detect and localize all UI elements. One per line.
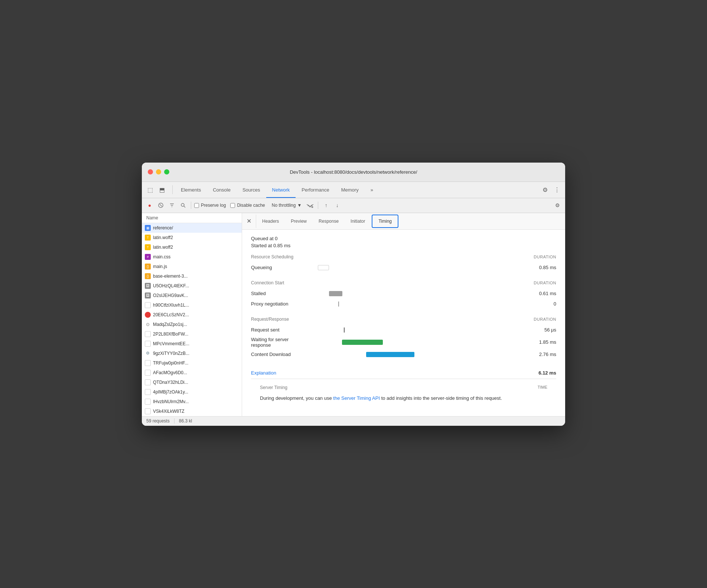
queueing-duration: 0.85 ms [527,265,556,270]
queueing-bar-area [318,264,527,271]
sidebar-item-latin-2[interactable]: T latin.woff2 [142,242,242,252]
white-icon-6 [145,379,151,385]
device-icon[interactable]: ⬒ [157,184,167,195]
close-detail-button[interactable]: ✕ [242,215,256,228]
waiting-row: Waiting for serverresponse 1.85 ms [251,335,556,349]
content-download-label: Content Download [251,352,318,357]
server-timing-title: Server Timing [260,385,287,390]
waiting-label: Waiting for serverresponse [251,337,318,348]
sidebar-item-4pim[interactable]: 4pIMBj7zOAk1y... [142,387,242,397]
sidebar-item-latin-1[interactable]: T latin.woff2 [142,233,242,242]
tab-performance[interactable]: Performance [296,182,335,198]
request-sent-row: Request sent 56 μs [251,325,556,335]
toolbar-divider-2 [318,202,318,209]
sidebar-item-mpcv[interactable]: MPcVmmemtEE... [142,339,242,349]
settings-button[interactable]: ⚙ [540,184,550,195]
connection-start-section: Connection Start DURATION Stalled 0.61 m… [251,280,556,309]
titlebar: DevTools - localhost:8080/docs/devtools/… [142,163,565,182]
sidebar-item-label: reference/ [153,225,173,231]
connection-start-title: Connection Start [251,280,284,285]
proxy-bar [338,301,339,307]
request-response-section: Request/Response DURATION Request sent 5… [251,317,556,360]
tab-network[interactable]: Network [266,182,296,198]
white-icon-9 [145,408,151,414]
filter-button[interactable] [167,200,177,210]
clear-button[interactable] [156,200,166,210]
queued-at: Queued at 0 [251,236,556,241]
tab-sources[interactable]: Sources [237,182,266,198]
tab-elements[interactable]: Elements [175,182,207,198]
white-icon-3 [145,341,151,347]
sidebar-item-label: O2sIJEHG9avK... [153,293,188,298]
sidebar-item-img-2[interactable]: 🖼 O2sIJEHG9avK... [142,291,242,300]
minimize-button[interactable] [156,169,161,174]
sidebar-item-trf[interactable]: TRFujw0pi0nHF... [142,358,242,368]
sidebar-item-label: main.js [153,264,167,269]
sidebar-item-20e6[interactable]: 20E6CLcSzNV2... [142,310,242,320]
content-download-row: Content Download 2.76 ms [251,349,556,360]
sidebar-item-label: latin.woff2 [153,235,173,240]
more-menu-button[interactable]: ⋮ [552,184,562,195]
preserve-log-checkbox[interactable]: Preserve log [194,203,226,208]
tab-preview[interactable]: Preview [285,215,313,228]
sidebar-item-img-1[interactable]: 🖼 U5OHzQL4tEKF... [142,281,242,291]
tab-more[interactable]: » [365,182,379,198]
tab-console[interactable]: Console [207,182,237,198]
explanation-link[interactable]: Explanation [251,370,276,376]
proxy-bar-area [318,300,527,308]
white-icon-8 [145,399,151,405]
tab-memory[interactable]: Memory [335,182,365,198]
js-icon-2: {} [145,273,151,279]
svg-line-6 [184,206,185,208]
request-sent-bar-area [318,326,527,334]
sidebar-item-qtd[interactable]: QTDnaY32hLDi... [142,378,242,387]
search-button[interactable] [178,200,188,210]
cursor-icon[interactable]: ⬚ [145,184,155,195]
tab-response[interactable]: Response [313,215,345,228]
waiting-duration: 1.85 ms [527,339,556,345]
wifi-settings-button[interactable] [305,200,315,210]
sidebar-item-base-element[interactable]: {} base-element-3... [142,271,242,281]
sidebar-item-label: latin.woff2 [153,245,173,250]
upload-button[interactable]: ↑ [321,200,331,210]
status-bar: 59 requests 86.3 kl [142,416,565,426]
content-download-bar [366,352,414,357]
queueing-label: Queueing [251,265,318,270]
preserve-log-input[interactable] [194,203,199,208]
white-icon-2 [145,331,151,337]
request-sent-bar [344,327,345,333]
transfer-size: 86.3 kl [179,418,192,424]
request-response-col: DURATION [534,317,556,321]
sidebar-item-label: base-element-3... [153,274,188,279]
sidebar-item-css[interactable]: # main.css [142,252,242,262]
tab-timing[interactable]: Timing [372,215,398,228]
sidebar-item-h90[interactable]: h90CtfziXluvh1L... [142,300,242,310]
sidebar-item-madq[interactable]: ⊙ MadqZslZpo1sj... [142,320,242,329]
disable-cache-checkbox[interactable]: Disable cache [230,203,265,208]
main-content: Name ▦ reference/ T latin.woff2 T latin.… [142,213,565,416]
search-icon [180,203,186,208]
tab-initiator[interactable]: Initiator [345,215,371,228]
tab-headers[interactable]: Headers [256,215,285,228]
sidebar-item-2p2l[interactable]: 2P2L80XfBoFW... [142,329,242,339]
detail-panel: ✕ Headers Preview Response Initiator Tim… [242,213,565,416]
request-count: 59 requests [146,418,170,424]
disable-cache-input[interactable] [230,203,235,208]
js-icon: {} [145,264,151,270]
sidebar-item-js[interactable]: {} main.js [142,262,242,271]
sidebar-item-ihvz[interactable]: IHvzbNUlrm2Mv... [142,397,242,406]
sidebar-item-9gz[interactable]: ⚙ 9gzXiTYY0nZzB... [142,349,242,358]
download-button[interactable]: ↓ [332,200,342,210]
maximize-button[interactable] [164,169,169,174]
sidebar-item-reference[interactable]: ▦ reference/ [142,223,242,233]
toolbar-settings-button[interactable]: ⚙ [553,200,562,210]
svg-point-7 [310,206,311,208]
sidebar-item-afac[interactable]: AFacMOgv6D0... [142,368,242,378]
sidebar-item-vsk[interactable]: VSk4XiLkW8TZ [142,406,242,416]
sidebar-item-label: main.css [153,254,170,259]
record-button[interactable]: ● [145,200,154,210]
server-timing-api-link[interactable]: the Server Timing API [333,395,380,401]
clear-icon [158,203,163,208]
throttle-dropdown[interactable]: No throttling ▼ [270,202,304,209]
close-button[interactable] [148,169,153,174]
